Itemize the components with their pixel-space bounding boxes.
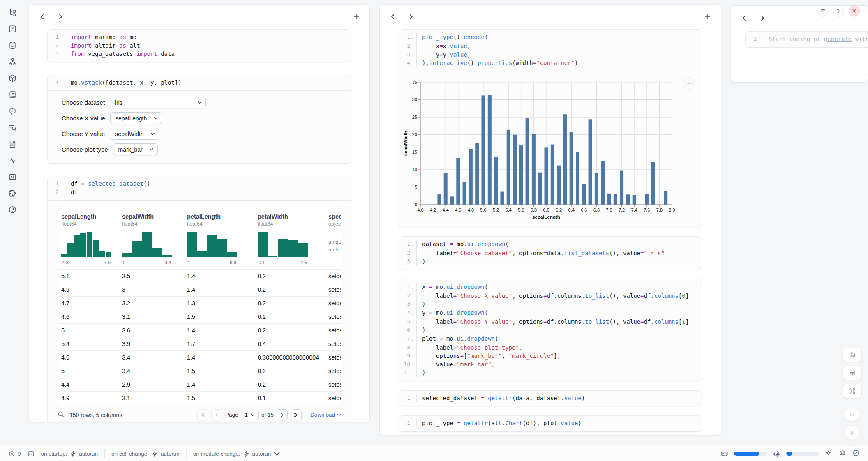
svg-text:5.8: 5.8 [531,207,537,212]
code-editor[interactable]: 1⌄plot_type().encode(2 x=x.value,3 y=y.v… [399,30,702,71]
code-editor[interactable]: 1plot_type = getattr(alt.Chart(df), plot… [399,416,702,431]
column-header[interactable]: speciesobjectunique:nulls: [325,207,341,269]
terminal-button[interactable] [28,450,35,457]
list-search-icon[interactable] [7,122,17,132]
code-editor[interactable]: 1selected_dataset = getattr(data, datase… [399,391,702,406]
stop-icon [849,411,855,417]
errors-indicator[interactable]: 0 [8,450,21,457]
x-value-select[interactable]: sepalLength [110,112,162,124]
chart-output: 4.04.24.44.64.85.05.25.45.65.86.06.26.46… [399,71,702,227]
dataset-select[interactable]: iris [110,97,206,108]
document-icon[interactable] [7,139,17,149]
chevron-left-icon[interactable] [390,14,396,20]
svg-text:sepalWidth: sepalWidth [403,131,408,156]
chevron-down-icon [251,413,255,417]
svg-text:5.0: 5.0 [480,207,486,212]
menu-button[interactable] [817,5,829,16]
code-editor[interactable]: 1 Start coding or generate with AI [746,32,868,47]
close-button[interactable] [849,5,860,16]
code-editor[interactable]: 1df = selected_dataset()2df [48,176,351,200]
svg-text:35: 35 [412,79,417,84]
left-panel-header [29,5,369,29]
svg-text:4.0: 4.0 [417,207,423,212]
on-cell-change-toggle[interactable]: on cell change: autorun [111,450,180,457]
chevron-down-icon [149,147,154,152]
last-page-button[interactable] [291,409,302,420]
chevron-left-icon[interactable] [39,14,46,20]
code-cell-dataset-dropdown: 1⌄dataset = mo.ui.dropdown(2 label="Choo… [399,236,702,270]
database-icon[interactable] [7,40,17,50]
svg-text:20: 20 [412,132,417,137]
layout-button[interactable] [843,366,862,380]
copilot-button[interactable] [838,449,846,458]
column-header[interactable]: sepalWidthfloat6424.4 [119,207,184,269]
page-select[interactable]: 1 [241,410,259,420]
save-button[interactable] [843,348,862,362]
activity-icon[interactable] [7,155,17,165]
connection-status-button[interactable] [852,449,860,458]
bar-chart[interactable]: 4.04.24.44.64.85.05.25.45.65.86.06.26.46… [402,76,686,221]
svg-text:5.2: 5.2 [493,207,499,212]
dataset-label: Choose dataset [62,99,105,106]
code-editor[interactable]: 1⌄dataset = mo.ui.dropdown(2 label="Choo… [399,237,702,270]
column-header[interactable]: sepalLengthfloat644.37.9 [58,207,119,269]
next-page-button[interactable] [277,409,288,420]
stop-button[interactable] [845,407,859,422]
column-header[interactable]: petalLengthfloat6416.9 [184,207,254,269]
hierarchy-icon[interactable] [7,57,17,67]
pagination: Page 1 of 15 Download [197,409,341,420]
chevron-right-icon[interactable] [57,14,64,20]
svg-text:6.2: 6.2 [556,207,562,212]
chevron-left-icon[interactable] [741,15,748,21]
help-chat-icon[interactable] [7,205,17,214]
table-row: 4.42.91.40.2setosa [58,378,341,391]
package-icon[interactable] [7,73,17,83]
plot-type-control-row: Choose plot type mark_bar [62,143,337,155]
prev-page-button[interactable] [211,409,222,420]
add-cell-icon[interactable] [353,14,360,20]
window-controls [817,5,860,16]
chevron-down-icon [153,116,158,120]
layout-icon [849,369,856,376]
on-module-change-toggle[interactable]: on module change: autorun [193,450,281,457]
add-cell-icon[interactable] [704,14,711,20]
first-page-button[interactable] [197,409,208,420]
command-icon [849,387,856,394]
code-snippet-icon[interactable] [7,172,17,182]
code-editor[interactable]: 1mo.vstack([dataset, x, y, plot]) [48,75,351,91]
chevron-right-icon[interactable] [408,14,414,20]
plot-type-select[interactable]: mark_bar [113,143,158,155]
table-row: 4.63.11.50.2setosa [58,310,341,323]
error-count: 0 [18,451,21,457]
chevron-down-icon [197,100,202,105]
run-button[interactable] [845,425,859,440]
svg-text:4.2: 4.2 [430,207,436,212]
table-row: 5.13.51.40.2setosa [58,269,341,283]
code-cell-plot: 1⌄plot_type().encode(2 x=x.value,3 y=y.v… [399,29,702,227]
y-value-select[interactable]: sepalWidth [110,128,159,140]
column-header[interactable]: petalWidthfloat640.12.5 [254,207,325,269]
chevron-down-icon [150,131,155,136]
settings-button[interactable] [833,5,844,16]
generate-link[interactable]: generate [824,36,852,42]
file-tree-icon[interactable] [7,7,17,17]
chart-menu-button[interactable] [683,77,695,90]
code-editor[interactable]: 1⌄x = mo.ui.dropdown(2 label="Choose X v… [399,279,702,381]
function-square-icon[interactable] [7,24,17,34]
on-startup-toggle[interactable]: on startup: autorun [41,450,98,457]
scroll-icon[interactable] [7,90,17,99]
left-notebook-column: 1import marimo as mo2import altair as al… [29,4,370,422]
download-button[interactable]: Download [310,412,341,418]
svg-text:7.0: 7.0 [606,207,612,212]
notebook-edit-icon[interactable] [7,188,17,198]
keyboard-shortcuts-button[interactable] [843,384,862,398]
svg-text:30: 30 [412,97,417,102]
search-icon[interactable] [58,411,65,419]
ai-assist-button[interactable] [825,449,833,458]
code-editor[interactable]: 1import marimo as mo2import altair as al… [48,30,351,62]
chevron-right-icon[interactable] [759,15,766,21]
table-row: 53.61.40.2setosa [58,323,341,337]
svg-text:sepalLength: sepalLength [532,214,560,219]
copilot-icon [838,449,846,457]
chat-bot-icon[interactable] [7,106,17,116]
